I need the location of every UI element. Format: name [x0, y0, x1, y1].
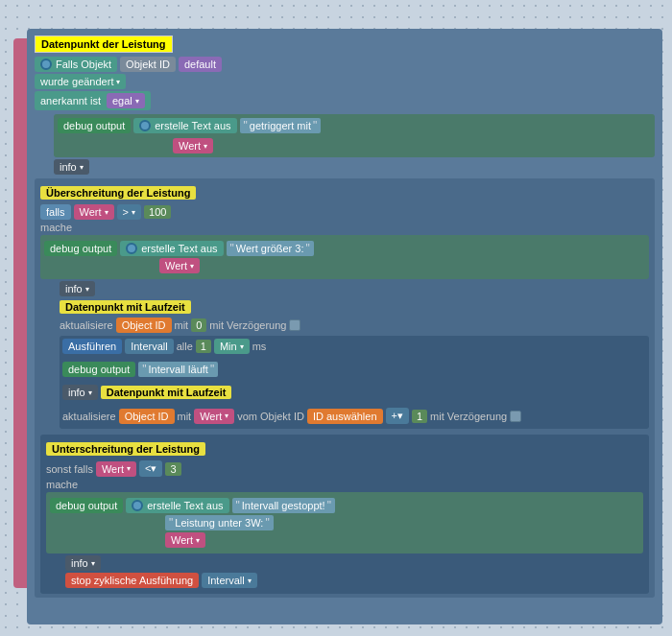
mache-row-2: mache: [46, 479, 643, 490]
id-select-block[interactable]: ID auswählen: [307, 409, 383, 424]
wert-block-1[interactable]: Wert ▾: [173, 138, 213, 153]
create-text-2[interactable]: erstelle Text aus: [120, 241, 223, 256]
mit-label-2: mit: [178, 411, 192, 422]
debug-section-1: debug output erstelle Text aus " getrigg…: [54, 114, 655, 157]
stop-block[interactable]: stop zyklische Ausführung: [65, 573, 199, 588]
lt-block[interactable]: <▾: [139, 460, 162, 477]
bottom-spacer: [35, 598, 655, 617]
gear-icon-3: [126, 243, 137, 254]
info-row-2: info ▾: [60, 281, 649, 296]
mache-label: mache: [40, 222, 72, 233]
datenpunkt-label-2: Datenpunkt mit Laufzeit: [101, 384, 232, 401]
create-text-block-1[interactable]: erstelle Text aus: [133, 118, 236, 133]
info-row-1: info ▾: [54, 159, 655, 175]
object-id-block-2[interactable]: Object ID: [119, 409, 175, 424]
triggered-quote: " getriggert mit ": [240, 118, 322, 133]
aktualisiere-label: aktualisiere: [60, 319, 113, 331]
info-row-3: info ▾: [62, 385, 98, 400]
info-block-2[interactable]: info ▾: [60, 281, 95, 296]
wert-block-3[interactable]: Wert ▾: [159, 258, 200, 273]
main-title: Datenpunkt der Leistung: [35, 35, 173, 53]
debug-label-inner[interactable]: debug output: [62, 362, 135, 377]
threshold-3[interactable]: 3: [165, 462, 180, 476]
default-block[interactable]: default: [179, 57, 222, 72]
gt-block[interactable]: > ▾: [117, 204, 141, 220]
leistung-quote: " Leistung unter 3W: ": [165, 515, 274, 530]
ausfuehren-block[interactable]: Ausführen: [62, 339, 122, 354]
section2-container: Überschreitung der Leistung falls Wert ▾…: [35, 178, 655, 598]
else-row: sonst falls Wert ▾ <▾ 3: [46, 460, 643, 477]
interval-num[interactable]: 1: [196, 340, 211, 353]
zero-val[interactable]: 0: [191, 318, 206, 332]
debug-label-1[interactable]: debug output: [58, 118, 131, 133]
debug-section-2: debug output erstelle Text aus " Wert gr…: [40, 235, 649, 279]
info-row-4: info ▾: [65, 555, 643, 571]
datenpunkt-title-2: Datenpunkt mit Laufzeit: [101, 386, 232, 399]
inner-debug-row: debug output " Intervall läuft ": [62, 360, 646, 379]
aktualisiere-label-2: aktualisiere: [62, 411, 116, 422]
datenpunkt-title-1: Datenpunkt mit Laufzeit: [60, 300, 191, 314]
alle-label: alle: [177, 341, 193, 352]
leistung-row: " Leistung unter 3W: ": [165, 515, 639, 530]
section2-title-row: Überschreitung der Leistung: [40, 184, 649, 201]
mit-label-1: mit: [175, 319, 189, 331]
section2-title: Überschreitung der Leistung: [40, 186, 196, 200]
intervall-block-2[interactable]: Intervall ▾: [202, 573, 257, 588]
else-label: sonst falls: [46, 463, 93, 475]
delay-checkbox-2[interactable]: [510, 411, 521, 422]
plus-block[interactable]: +▾: [386, 408, 409, 424]
section3-title: Unterschreitung der Leistung: [46, 442, 205, 456]
gear-icon: [40, 59, 52, 70]
stop-row: stop zyklische Ausführung Intervall ▾: [65, 573, 643, 588]
delay-checkbox-1[interactable]: [289, 319, 300, 331]
interval-section: Ausführen Intervall alle 1 Min ▾ ms debu…: [60, 336, 649, 429]
section3-title-row: Unterschreitung der Leistung: [46, 440, 643, 458]
num-val-1[interactable]: 1: [412, 410, 427, 423]
create-text-3[interactable]: erstelle Text aus: [126, 498, 228, 513]
falls-objekt-block[interactable]: Falls Objekt: [35, 57, 117, 72]
wert-block-6[interactable]: Wert ▾: [165, 532, 205, 548]
info-block-4[interactable]: info ▾: [65, 555, 101, 571]
if-condition-row: falls Wert ▾ > ▾ 100: [40, 204, 649, 220]
intervall-block[interactable]: Intervall: [125, 339, 174, 354]
falls-block[interactable]: falls: [40, 204, 71, 220]
wert-groesser-quote: " Wert größer 3: ": [227, 241, 314, 256]
gear-icon-2: [139, 120, 151, 131]
datenpunkt-label-1: Datenpunkt mit Laufzeit: [60, 298, 649, 316]
debug-label-3[interactable]: debug output: [50, 498, 123, 513]
wert-block-4[interactable]: Wert ▾: [194, 409, 234, 424]
wert-block-2[interactable]: Wert ▾: [74, 204, 114, 220]
trigger-row: Falls Objekt Objekt ID default: [35, 57, 655, 72]
acknowledged-row: anerkannt ist egal ▾: [35, 91, 655, 110]
changed-block[interactable]: wurde geändert ▾: [35, 74, 126, 89]
value-row-1: Wert ▾: [173, 138, 651, 153]
wert-row-3: Wert ▾: [165, 532, 639, 548]
intervall-quote: " Intervall läuft ": [138, 362, 218, 377]
delay-label-2: mit Verzögerung: [430, 411, 507, 422]
section3-container: Unterschreitung der Leistung sonst falls…: [40, 435, 649, 594]
wert-block-5[interactable]: Wert ▾: [96, 461, 136, 477]
wert-row-2: Wert ▾: [159, 258, 645, 273]
info-block-1[interactable]: info ▾: [54, 159, 89, 175]
egal-block[interactable]: egal ▾: [107, 93, 145, 108]
from-label: vom Objekt ID: [237, 411, 304, 422]
debug-section-3: debug output erstelle Text aus " Interva…: [46, 492, 643, 554]
threshold-100[interactable]: 100: [144, 205, 171, 219]
objekt-id-block[interactable]: Objekt ID: [120, 57, 176, 72]
gear-icon-4: [132, 500, 143, 511]
info-block-3[interactable]: info ▾: [62, 385, 98, 400]
object-id-block-1[interactable]: Object ID: [116, 318, 172, 333]
min-block[interactable]: Min ▾: [214, 339, 250, 354]
mache-label-2: mache: [46, 479, 78, 490]
inner-debug-content: debug output " Intervall läuft ": [62, 362, 646, 377]
delay-label-1: mit Verzögerung: [209, 319, 286, 331]
update-row-2: aktualisiere Object ID mit Wert ▾ vom Ob…: [62, 408, 521, 424]
update-row-1: aktualisiere Object ID mit 0 mit Verzöge…: [60, 318, 649, 333]
mache-row: mache: [40, 222, 649, 233]
stopped-quote: " Intervall gestoppt! ": [232, 498, 335, 513]
acknowledged-block[interactable]: anerkannt ist egal ▾: [35, 91, 151, 110]
title-row: Datenpunkt der Leistung: [35, 35, 655, 53]
changed-row: wurde geändert ▾: [35, 74, 655, 89]
changed-dropdown[interactable]: ▾: [116, 78, 120, 86]
debug-label-2[interactable]: debug output: [44, 241, 117, 256]
